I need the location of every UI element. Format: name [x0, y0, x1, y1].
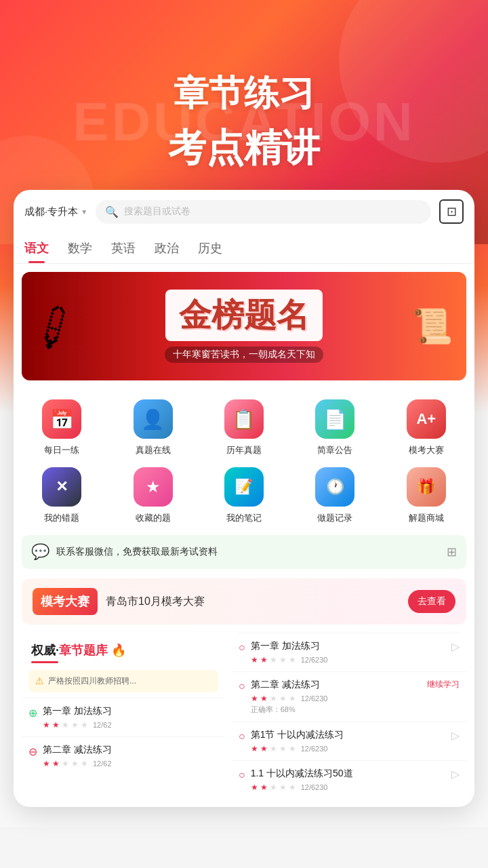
- chapter-count-1: 12/62: [93, 721, 112, 729]
- play-icon-4[interactable]: ▷: [451, 768, 460, 781]
- real-questions-icon: 👤: [134, 399, 173, 439]
- warning-bar: ⚠ 严格按照四川教师招聘...: [28, 670, 218, 692]
- right-chapter-name-3: 第1节 十以内减法练习: [251, 729, 446, 741]
- feature-mock-exam[interactable]: A+ 模考大赛: [386, 399, 466, 456]
- mock-exam-icon: A+: [407, 399, 446, 439]
- exam-banner: 模考大赛 青岛市10月模考大赛 去查看: [22, 578, 466, 625]
- wechat-text: 联系客服微信，免费获取最新考试资料: [56, 546, 440, 558]
- announcement-label: 简章公告: [317, 444, 352, 456]
- daily-practice-icon: 📅: [42, 399, 81, 439]
- tab-yingyu[interactable]: 英语: [111, 233, 136, 263]
- star-10: ★: [81, 759, 88, 768]
- chapter-info-2: 第二章 减法练习 ★ ★ ★ ★ ★ 12/62: [43, 744, 218, 768]
- star-6: ★: [43, 759, 50, 768]
- scroll-decoration-icon: 📜: [411, 307, 453, 346]
- copy-icon[interactable]: ⊞: [447, 545, 457, 559]
- daily-practice-label: 每日一练: [44, 444, 79, 456]
- search-placeholder: 搜索题目或试卷: [124, 205, 190, 218]
- feature-favorites[interactable]: ★ 收藏的题: [113, 467, 192, 524]
- mock-exam-label: 模考大赛: [409, 444, 444, 456]
- star-2: ★: [52, 720, 60, 730]
- shop-label: 解题商城: [409, 512, 444, 524]
- tab-zhengzhi[interactable]: 政治: [155, 233, 179, 263]
- location-text: 成都·专升本: [24, 205, 78, 218]
- hero-title1: 章节练习: [174, 70, 314, 117]
- hero-title2: 考点精讲: [168, 123, 320, 174]
- feature-past-exams[interactable]: 📋 历年真题: [204, 399, 284, 456]
- warning-text: 严格按照四川教师招聘...: [48, 675, 136, 687]
- feature-notes[interactable]: 📝 我的笔记: [204, 467, 284, 524]
- notes-icon: 📝: [224, 467, 264, 507]
- chapter-section-title: 权威·章节题库 🔥: [22, 633, 225, 661]
- right-chapter-stars-1: ★ ★ ★ ★ ★ 12/6230: [251, 655, 446, 665]
- feature-shop[interactable]: 🎁 解题商城: [386, 467, 466, 524]
- wrong-questions-icon: ✕: [42, 467, 81, 507]
- right-circle-icon-3: ○: [239, 730, 245, 743]
- right-chapter-info-3: 第1节 十以内减法练习 ★ ★ ★ ★ ★ 12/6230: [251, 729, 446, 753]
- tab-bar: 语文 数学 英语 政治 历史: [14, 233, 474, 264]
- feature-wrong-questions[interactable]: ✕ 我的错题: [22, 467, 102, 524]
- right-chapter-item-3[interactable]: ○ 第1节 十以内减法练习 ★ ★ ★ ★ ★ 12/6230 ▷: [232, 722, 466, 760]
- history-label: 做题记录: [317, 512, 352, 524]
- banner-content: 金榜题名 十年寒窗苦读书，一朝成名天下知: [165, 290, 323, 363]
- past-exams-icon: 📋: [224, 399, 264, 439]
- play-icon-3[interactable]: ▷: [451, 729, 460, 742]
- feature-history[interactable]: 🕐 做题记录: [295, 467, 375, 524]
- chapter-item-1[interactable]: ⊕ 第一章 加法练习 ★ ★ ★ ★ ★ 12/62: [22, 698, 225, 736]
- wrong-questions-label: 我的错题: [44, 512, 79, 524]
- star-4: ★: [71, 720, 79, 730]
- exam-goto-button[interactable]: 去查看: [408, 590, 455, 613]
- banner-title: 金榜题名: [165, 290, 323, 341]
- chapter-name-2: 第二章 减法练习: [43, 744, 218, 756]
- promo-banner[interactable]: 🖊 金榜题名 十年寒窗苦读书，一朝成名天下知 📜: [22, 272, 466, 380]
- right-chapter-item-2[interactable]: ○ 第二章 减法练习 ★ ★ ★ ★ ★ 12/6230 正确率：68%: [232, 671, 466, 722]
- right-circle-icon-1: ○: [239, 642, 245, 654]
- favorites-label: 收藏的题: [136, 512, 171, 524]
- right-chapter-item-4[interactable]: ○ 1.1 十以内减法练习50道 ★ ★ ★ ★ ★ 12/6230 ▷: [232, 760, 466, 799]
- right-chapter-name-1: 第一章 加法练习: [251, 640, 446, 652]
- feature-grid-row1: 📅 每日一练 👤 真题在线 📋 历年真题 📄 简章公告 A+ 模考大赛: [14, 389, 474, 467]
- right-chapter-stars-2: ★ ★ ★ ★ ★ 12/6230: [251, 694, 422, 703]
- right-chapter-info-2: 第二章 减法练习 ★ ★ ★ ★ ★ 12/6230 正确率：68%: [251, 679, 422, 715]
- tab-shuxue[interactable]: 数学: [68, 233, 92, 263]
- star-3: ★: [62, 720, 69, 730]
- right-chapter-name-2: 第二章 减法练习: [251, 679, 422, 691]
- shop-icon: 🎁: [407, 467, 446, 507]
- chapter-name-1: 第一章 加法练习: [43, 705, 218, 717]
- chapter-stars-2: ★ ★ ★ ★ ★ 12/62: [43, 759, 218, 768]
- star-8: ★: [62, 759, 69, 768]
- right-chapter-info-4: 1.1 十以内减法练习50道 ★ ★ ★ ★ ★ 12/6230: [251, 768, 446, 792]
- location-button[interactable]: 成都·专升本 ▼: [24, 205, 87, 218]
- feature-daily-practice[interactable]: 📅 每日一练: [22, 399, 102, 456]
- exam-title: 青岛市10月模考大赛: [106, 595, 400, 609]
- exam-tag: 模考大赛: [33, 588, 98, 615]
- chapter-item-2[interactable]: ⊖ 第二章 减法练习 ★ ★ ★ ★ ★ 12/62: [22, 736, 225, 775]
- chevron-down-icon: ▼: [81, 208, 87, 216]
- expand-icon-1: ⊕: [28, 707, 37, 719]
- chapter-info-1: 第一章 加法练习 ★ ★ ★ ★ ★ 12/62: [43, 705, 218, 730]
- right-chapter-item-1[interactable]: ○ 第一章 加法练习 ★ ★ ★ ★ ★ 12/6230 ▷: [232, 633, 466, 671]
- wechat-bar[interactable]: 💬 联系客服微信，免费获取最新考试资料 ⊞: [22, 535, 466, 569]
- chapter-right-panel: ○ 第一章 加法练习 ★ ★ ★ ★ ★ 12/6230 ▷: [232, 633, 466, 799]
- continue-learning-label-2[interactable]: 继续学习: [427, 679, 460, 690]
- feature-real-questions[interactable]: 👤 真题在线: [113, 399, 192, 456]
- tab-yuwen[interactable]: 语文: [24, 233, 49, 263]
- play-icon-1[interactable]: ▷: [451, 640, 460, 653]
- announcement-icon: 📄: [315, 399, 354, 439]
- notes-label: 我的笔记: [226, 512, 262, 524]
- scan-icon[interactable]: ⊡: [439, 199, 464, 224]
- real-questions-label: 真题在线: [136, 444, 171, 456]
- feature-announcement[interactable]: 📄 简章公告: [295, 399, 375, 456]
- chapter-section: 权威·章节题库 🔥 ⚠ 严格按照四川教师招聘... ⊕ 第一章 加法练习 ★ ★…: [22, 633, 466, 799]
- search-input-wrapper[interactable]: 🔍 搜索题目或试卷: [96, 200, 431, 224]
- tab-lishi[interactable]: 历史: [198, 233, 222, 263]
- section-underline: [31, 661, 58, 663]
- feature-grid-row2: ✕ 我的错题 ★ 收藏的题 📝 我的笔记 🕐 做题记录 🎁 解题商城: [14, 467, 474, 535]
- main-content: 成都·专升本 ▼ 🔍 搜索题目或试卷 ⊡ 语文 数学 英语 政治 历史 🖊 金榜…: [0, 190, 488, 827]
- correct-rate-2: 正确率：68%: [251, 705, 422, 715]
- right-circle-icon-2: ○: [239, 680, 245, 692]
- star-7: ★: [52, 759, 60, 768]
- right-chapter-name-4: 1.1 十以内减法练习50道: [251, 768, 446, 780]
- history-icon: 🕐: [315, 467, 354, 507]
- search-icon: 🔍: [105, 205, 119, 218]
